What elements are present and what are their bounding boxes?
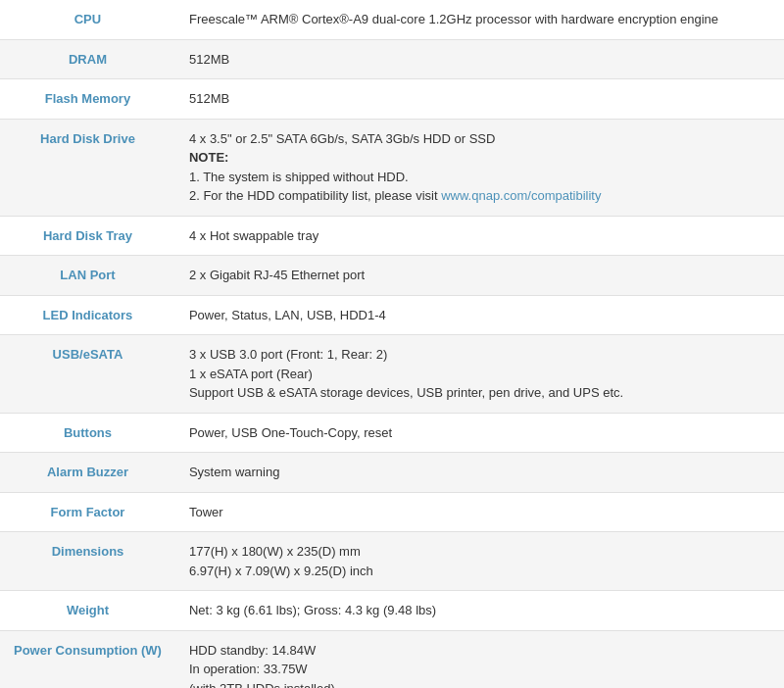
spec-value: 4 x 3.5" or 2.5" SATA 6Gb/s, SATA 3Gb/s …: [175, 119, 784, 216]
compatibility-link[interactable]: www.qnap.com/compatibility: [441, 188, 601, 203]
spec-value: Tower: [175, 492, 784, 532]
spec-label: USB/eSATA: [0, 335, 175, 414]
table-row: Power Consumption (W)HDD standby: 14.84W…: [0, 630, 784, 688]
spec-label: Form Factor: [0, 492, 175, 532]
spec-label: Alarm Buzzer: [0, 453, 175, 493]
specs-table: CPUFreescale™ ARM® Cortex®-A9 dual-core …: [0, 0, 784, 688]
spec-value: Freescale™ ARM® Cortex®-A9 dual-core 1.2…: [175, 0, 784, 39]
spec-value: System warning: [175, 453, 784, 493]
spec-label: Hard Disk Tray: [0, 216, 175, 256]
table-row: CPUFreescale™ ARM® Cortex®-A9 dual-core …: [0, 0, 784, 39]
spec-label: Buttons: [0, 413, 175, 453]
spec-label: Power Consumption (W): [0, 630, 175, 688]
spec-label: LED Indicators: [0, 295, 175, 335]
spec-value: 4 x Hot swappable tray: [175, 216, 784, 256]
spec-label: DRAM: [0, 39, 175, 79]
spec-label: Flash Memory: [0, 79, 175, 120]
spec-label: Hard Disk Drive: [0, 119, 175, 216]
spec-value: Power, USB One-Touch-Copy, reset: [175, 413, 784, 453]
spec-value: Net: 3 kg (6.61 lbs); Gross: 4.3 kg (9.4…: [175, 591, 784, 631]
table-row: USB/eSATA3 x USB 3.0 port (Front: 1, Rea…: [0, 335, 784, 414]
table-row: LAN Port2 x Gigabit RJ-45 Ethernet port: [0, 256, 784, 296]
spec-label: Weight: [0, 591, 175, 631]
spec-value: 2 x Gigabit RJ-45 Ethernet port: [175, 256, 784, 296]
spec-label: LAN Port: [0, 256, 175, 296]
table-row: Flash Memory512MB: [0, 79, 784, 120]
spec-label: Dimensions: [0, 532, 175, 591]
spec-value: 512MB: [175, 79, 784, 120]
table-row: Form FactorTower: [0, 492, 784, 532]
table-row: DRAM512MB: [0, 39, 784, 79]
spec-value: HDD standby: 14.84WIn operation: 33.75W(…: [175, 630, 784, 688]
table-row: Dimensions177(H) x 180(W) x 235(D) mm6.9…: [0, 532, 784, 591]
table-row: Alarm BuzzerSystem warning: [0, 453, 784, 493]
spec-value: Power, Status, LAN, USB, HDD1-4: [175, 295, 784, 335]
table-row: Hard Disk Tray4 x Hot swappable tray: [0, 216, 784, 256]
spec-value: 177(H) x 180(W) x 235(D) mm6.97(H) x 7.0…: [175, 532, 784, 591]
spec-label: CPU: [0, 0, 175, 39]
table-row: Hard Disk Drive4 x 3.5" or 2.5" SATA 6Gb…: [0, 119, 784, 216]
table-row: WeightNet: 3 kg (6.61 lbs); Gross: 4.3 k…: [0, 591, 784, 631]
table-row: ButtonsPower, USB One-Touch-Copy, reset: [0, 413, 784, 453]
table-row: LED IndicatorsPower, Status, LAN, USB, H…: [0, 295, 784, 335]
spec-value: 512MB: [175, 39, 784, 79]
spec-value: 3 x USB 3.0 port (Front: 1, Rear: 2)1 x …: [175, 335, 784, 414]
